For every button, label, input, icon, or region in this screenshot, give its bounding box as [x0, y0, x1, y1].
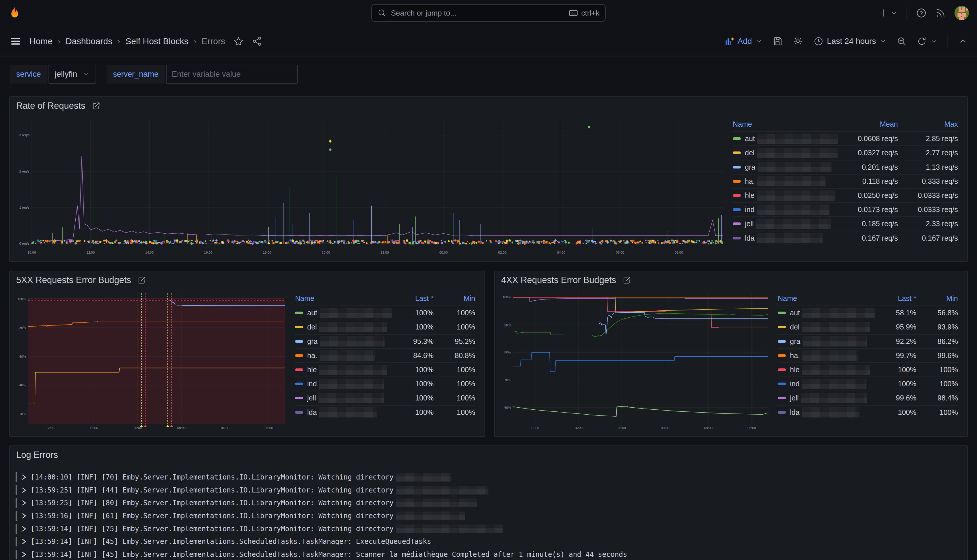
- legend-series-name[interactable]: hle: [295, 365, 392, 375]
- avatar[interactable]: [954, 6, 969, 20]
- legend-series-name[interactable]: del: [295, 322, 392, 332]
- panel-title[interactable]: Rate of Requests: [16, 101, 85, 111]
- log-level-bar: [16, 472, 17, 482]
- external-link-icon[interactable]: [623, 276, 631, 285]
- legend-series-name[interactable]: del: [778, 322, 875, 332]
- legend-series-name[interactable]: ind: [733, 205, 838, 215]
- legend-series-name[interactable]: jell: [733, 219, 838, 229]
- kiosk-collapse-button[interactable]: [959, 37, 967, 46]
- legend-series-name[interactable]: gra: [295, 336, 392, 347]
- zoom-out-button[interactable]: [897, 37, 907, 46]
- add-button[interactable]: Add: [724, 37, 763, 46]
- breadcrumb-home[interactable]: Home: [30, 37, 53, 46]
- legend-col[interactable]: Min: [916, 294, 958, 303]
- legend-series-name[interactable]: ha.: [295, 350, 392, 361]
- legend-value: 100%: [916, 408, 958, 417]
- legend-col[interactable]: Max: [898, 120, 958, 128]
- legend-col-name[interactable]: Name: [733, 120, 838, 128]
- legend-series-name[interactable]: ind: [778, 379, 875, 389]
- time-series-chart[interactable]: 10:0012:0014:0016:0018:0020:0022:0000:00…: [13, 116, 726, 256]
- breadcrumb-dashboards[interactable]: Dashboards: [65, 37, 112, 46]
- log-row[interactable]: [13:59:14] [INF] [45] Emby.Server.Implem…: [16, 535, 961, 548]
- external-link-icon[interactable]: [137, 276, 146, 285]
- favorite-star-icon[interactable]: [233, 36, 244, 47]
- legend-series-name[interactable]: ind: [295, 379, 392, 389]
- dashboard-settings-button[interactable]: [793, 36, 803, 47]
- svg-text:40%: 40%: [19, 383, 26, 387]
- help-button[interactable]: ?: [916, 8, 927, 18]
- legend-col[interactable]: Last *: [392, 294, 434, 303]
- variable-label-server-name[interactable]: server_name: [107, 65, 165, 84]
- legend-series-name[interactable]: ha.: [778, 350, 875, 361]
- menu-icon[interactable]: [10, 35, 22, 47]
- legend-series-name[interactable]: del: [733, 148, 838, 158]
- series-color-swatch: [733, 237, 741, 240]
- search-icon: [377, 9, 386, 17]
- grafana-logo-icon[interactable]: [8, 7, 22, 20]
- legend-value: 0.167 req/s: [838, 234, 898, 242]
- series-color-swatch: [295, 354, 303, 357]
- variable-service-select[interactable]: jellyfin: [48, 65, 97, 84]
- svg-text:04:00: 04:00: [221, 426, 229, 430]
- save-button[interactable]: [773, 37, 782, 46]
- news-icon[interactable]: [935, 8, 946, 18]
- refresh-button[interactable]: [917, 37, 937, 46]
- svg-text:14:00: 14:00: [145, 251, 154, 254]
- time-series-chart[interactable]: 12:0016:0020:0000:0004:0008:0020%40%60%8…: [13, 290, 288, 432]
- svg-text:?: ?: [920, 10, 923, 16]
- legend-series-name[interactable]: lda: [733, 233, 838, 243]
- time-range-picker[interactable]: Last 24 hours: [813, 37, 886, 46]
- svg-text:20:00: 20:00: [618, 426, 626, 430]
- legend-value: 100%: [916, 380, 958, 388]
- legend-col-name[interactable]: Name: [778, 294, 875, 303]
- redacted-text: [319, 393, 384, 403]
- redacted-text: [396, 512, 465, 520]
- legend-col-name[interactable]: Name: [295, 294, 392, 303]
- add-panel-icon: [724, 37, 734, 46]
- legend-series-name[interactable]: jell: [295, 393, 392, 403]
- legend-value: 0.0333 req/s: [898, 191, 958, 200]
- search-input[interactable]: Search or jump to... ctrl+k: [371, 4, 606, 22]
- log-row[interactable]: [13:59:14] [INF] [75] Emby.Server.Implem…: [16, 522, 961, 535]
- legend-series-name[interactable]: aut: [778, 308, 875, 318]
- legend-col[interactable]: Min: [434, 294, 475, 303]
- breadcrumb-current: Errors: [202, 37, 225, 46]
- svg-text:60%: 60%: [504, 406, 511, 409]
- external-link-icon[interactable]: [92, 102, 100, 110]
- variable-label-service[interactable]: service: [10, 65, 47, 84]
- legend-series-name[interactable]: lda: [778, 407, 875, 417]
- panel-title[interactable]: 4XX Requests Error Budgets: [501, 275, 616, 285]
- legend-series-name[interactable]: lda: [295, 407, 392, 417]
- legend-series-name[interactable]: ha.: [733, 176, 838, 187]
- log-row[interactable]: [13:59:25] [INF] [44] Emby.Server.Implem…: [16, 484, 961, 497]
- variable-server-name-input[interactable]: [166, 65, 298, 84]
- legend-col[interactable]: Mean: [838, 120, 898, 128]
- legend-series-name[interactable]: aut: [295, 308, 392, 318]
- share-icon[interactable]: [252, 36, 262, 47]
- new-menu-button[interactable]: [879, 8, 898, 18]
- legend-series-name[interactable]: jell: [778, 393, 875, 403]
- legend-value: 93.9%: [916, 323, 958, 331]
- breadcrumb-folder[interactable]: Self Host Blocks: [125, 37, 188, 46]
- legend-value: 92.2%: [875, 337, 916, 346]
- legend-series-name[interactable]: hle: [733, 190, 838, 201]
- log-row[interactable]: [14:00:10] [INF] [70] Emby.Server.Implem…: [16, 471, 961, 484]
- panel-title[interactable]: Log Errors: [16, 450, 58, 460]
- legend-col[interactable]: Last *: [875, 294, 916, 303]
- legend-value: 100%: [875, 380, 916, 388]
- log-row[interactable]: [13:59:25] [INF] [80] Emby.Server.Implem…: [16, 497, 961, 510]
- log-list: [14:00:10] [INF] [70] Emby.Server.Implem…: [10, 464, 967, 560]
- panel-title[interactable]: 5XX Requests Error Budgets: [16, 275, 131, 285]
- plus-icon: [879, 8, 888, 18]
- legend-series-name[interactable]: aut: [733, 133, 838, 144]
- legend-series-name[interactable]: gra: [733, 162, 838, 172]
- panel-log-errors: Log Errors [14:00:10] [INF] [70] Emby.Se…: [9, 445, 968, 560]
- time-series-chart[interactable]: 12:0016:0020:0000:0004:0008:0060%70%80%9…: [498, 290, 771, 432]
- legend-series-name[interactable]: gra: [778, 336, 875, 347]
- log-row[interactable]: [13:59:14] [INF] [45] Emby.Server.Implem…: [16, 548, 961, 560]
- legend-row: lda100%100%: [295, 405, 475, 419]
- log-row[interactable]: [13:59:16] [INF] [61] Emby.Server.Implem…: [16, 510, 961, 522]
- legend-row: hle100%100%: [778, 362, 958, 377]
- legend-series-name[interactable]: hle: [778, 365, 875, 375]
- log-level-bar: [16, 550, 17, 559]
